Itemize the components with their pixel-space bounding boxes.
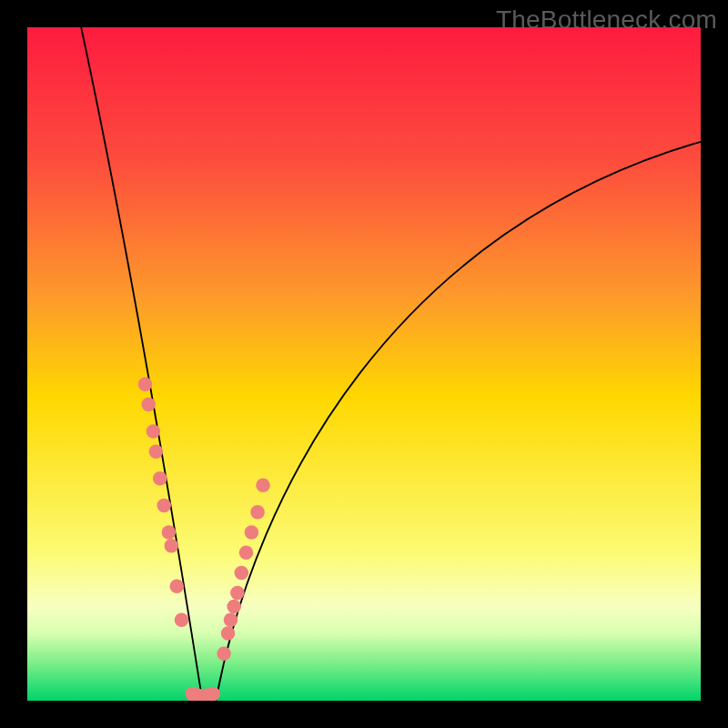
svg-point-24 — [206, 687, 220, 701]
svg-point-2 — [147, 424, 161, 439]
svg-point-1 — [141, 398, 156, 412]
gradient-background — [27, 27, 701, 701]
svg-point-11 — [221, 626, 236, 641]
svg-point-6 — [162, 525, 177, 540]
svg-point-18 — [250, 505, 265, 520]
svg-point-17 — [245, 525, 259, 540]
chart-frame: TheBottleneck.com — [0, 0, 728, 728]
bottleneck-chart — [27, 27, 701, 701]
bottom-dots — [186, 687, 220, 701]
svg-point-4 — [153, 471, 167, 486]
svg-point-8 — [170, 579, 185, 593]
svg-point-13 — [227, 600, 241, 614]
svg-point-15 — [235, 566, 249, 581]
svg-point-10 — [217, 646, 231, 661]
svg-point-7 — [165, 539, 179, 553]
svg-point-9 — [175, 612, 189, 627]
svg-point-12 — [224, 612, 238, 627]
svg-point-3 — [149, 444, 164, 459]
svg-point-5 — [157, 499, 171, 513]
svg-point-19 — [256, 478, 270, 492]
svg-point-14 — [230, 586, 245, 601]
svg-point-0 — [138, 377, 153, 391]
svg-point-16 — [239, 545, 254, 560]
